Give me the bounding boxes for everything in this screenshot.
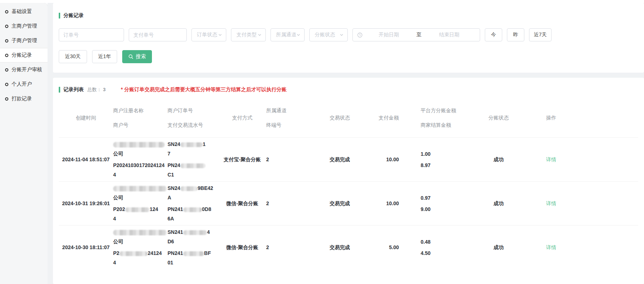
merchant-name-no-cell: 公司 P20241030172024124 4 (113, 139, 168, 179)
pay-method: 微信-聚合分账 (222, 199, 263, 208)
circle-icon (5, 83, 8, 86)
pay-type-select-value: 支付类型 (236, 32, 257, 38)
redacted-merchant-name (113, 186, 167, 191)
sidebar-item-basic-settings[interactable]: 基础设置 (0, 4, 48, 19)
col-order-txn-no: 商户订单号支付交易流水号 (168, 103, 222, 132)
merchant-amount: 8.97 (421, 161, 473, 170)
split-amounts-cell: 0.48 4.50 (413, 237, 473, 258)
redacted-merchant-no (125, 207, 150, 212)
circle-icon (5, 68, 8, 72)
created-time: 2024-10-31 19:26:01 (59, 199, 113, 208)
sidebar-item-split-records[interactable]: 分账记录 (0, 48, 48, 62)
filter-card: 分账记录 订单状态 支付类型 所属通道 分账状态 (53, 3, 644, 73)
col-split-status: 分账状态 (473, 103, 524, 132)
sidebar: 基础设置 主商户管理 子商户管理 分账记录 分账开户审核 个人开户 打款记录 (0, 3, 48, 284)
date-start-placeholder: 开始日期 (363, 32, 415, 38)
col-pay-method: 支付方式 (222, 103, 263, 132)
chevron-down-icon (296, 33, 301, 37)
quick-yesterday-button[interactable]: 昨 (507, 28, 524, 41)
platform-amount: 0.97 (421, 193, 473, 203)
redacted-order-no (183, 230, 207, 235)
pay-amount: 5.00 (374, 243, 413, 252)
sidebar-item-payout-records[interactable]: 打款记录 (0, 92, 48, 106)
split-status: 成功 (473, 199, 524, 208)
txn-status: 交易完成 (305, 155, 374, 164)
sidebar-item-label: 个人开户 (12, 81, 32, 88)
redacted-merchant-no (119, 251, 148, 256)
sidebar-item-main-merchants[interactable]: 主商户管理 (0, 19, 48, 33)
order-no-input[interactable] (59, 28, 124, 41)
table-row: 2024-10-31 19:26:01 公司 P202124 4 SN249BE… (59, 181, 638, 225)
detail-link[interactable]: 详情 (546, 200, 556, 206)
filter-row-1: 订单状态 支付类型 所属通道 分账状态 (59, 28, 638, 41)
chevron-down-icon (339, 33, 344, 37)
quick-30d-label: 近30天 (65, 53, 81, 60)
pay-amount: 10.00 (374, 155, 413, 164)
sidebar-item-split-account-review[interactable]: 分账开户审核 (0, 62, 48, 77)
col-created-time: 创建时间 (59, 103, 113, 132)
date-range-picker[interactable]: 开始日期 至 结束日期 (352, 28, 480, 41)
pay-no-input[interactable] (129, 28, 187, 41)
pay-method: 微信-聚合分账 (222, 243, 263, 252)
quick-7d-button[interactable]: 近7天 (529, 28, 552, 41)
order-txn-no-cell: SN241 7 PN24 C1 (168, 139, 222, 179)
pay-amount: 10.00 (374, 199, 413, 208)
pay-type-select[interactable]: 支付类型 (231, 28, 266, 41)
search-button-label: 搜索 (136, 53, 146, 60)
split-status-select[interactable]: 分账状态 (309, 28, 348, 41)
circle-icon (5, 97, 8, 101)
circle-icon (5, 54, 8, 57)
channel-select[interactable]: 所属通道 (271, 28, 305, 41)
quick-yesterday-label: 昨 (513, 32, 518, 38)
search-icon (128, 54, 133, 59)
redacted-merchant-name (113, 230, 167, 235)
col-split-amounts: 平台方分账金额商家结算金额 (413, 103, 473, 132)
sidebar-item-label: 打款记录 (12, 96, 32, 102)
filter-card-header: 分账记录 (59, 12, 638, 19)
created-time: 2024-10-30 18:11:07 (59, 243, 113, 252)
table-row: 2024-10-30 18:11:07 公司 P224124 4 SN2414 … (59, 225, 638, 269)
record-list-header: 记录列表 总数：3 * 分账订单交易完成之后需要大概五分钟等第三方结算之后才可以… (59, 86, 638, 93)
txn-status: 交易完成 (305, 199, 374, 208)
circle-icon (5, 25, 8, 28)
detail-link[interactable]: 详情 (546, 157, 556, 162)
txn-status: 交易完成 (305, 243, 374, 252)
accent-bar (59, 13, 60, 19)
app-root: 基础设置 主商户管理 子商户管理 分账记录 分账开户审核 个人开户 打款记录 (0, 0, 644, 284)
sidebar-item-label: 基础设置 (12, 8, 32, 15)
record-list-card: 记录列表 总数：3 * 分账订单交易完成之后需要大概五分钟等第三方结算之后才可以… (53, 78, 644, 284)
table-header: 创建时间 商户注册名称商户号 商户订单号支付交易流水号 支付方式 所属通道终端号… (59, 100, 638, 137)
merchant-name-no-cell: 公司 P202124 4 (113, 183, 168, 223)
sidebar-item-label: 分账记录 (12, 52, 32, 58)
chevron-down-icon (218, 33, 222, 37)
channel-select-value: 所属通道 (276, 32, 296, 38)
split-status: 成功 (473, 243, 524, 252)
clock-icon (357, 32, 363, 38)
sidebar-item-label: 子商户管理 (12, 37, 37, 44)
merchant-name-no-cell: 公司 P224124 4 (113, 227, 168, 267)
terminal-no: 2 (263, 199, 305, 208)
main-area: 分账记录 订单状态 支付类型 所属通道 分账状态 (48, 3, 644, 284)
redacted-merchant-name (113, 142, 165, 147)
sidebar-item-sub-merchants[interactable]: 子商户管理 (0, 33, 48, 48)
quick-30d-button[interactable]: 近30天 (59, 50, 87, 63)
page-title: 分账记录 (63, 12, 84, 19)
created-time: 2024-11-04 18:51:07 (59, 155, 113, 164)
search-button[interactable]: 搜索 (122, 50, 152, 63)
quick-1y-button[interactable]: 近1年 (92, 50, 117, 63)
col-pay-amount: 支付金额 (374, 103, 413, 132)
split-amounts-cell: 1.00 8.97 (413, 149, 473, 170)
sidebar-item-personal-account[interactable]: 个人开户 (0, 77, 48, 92)
circle-icon (5, 10, 8, 13)
redacted-txn-no (183, 207, 202, 212)
total-value: 3 (103, 87, 106, 92)
merchant-amount: 4.50 (421, 248, 473, 258)
platform-amount: 0.48 (421, 237, 473, 247)
quick-today-button[interactable]: 今 (485, 28, 502, 41)
date-separator: 至 (415, 32, 423, 38)
redacted-txn-no (180, 163, 206, 168)
col-merchant-name-no: 商户注册名称商户号 (113, 103, 168, 132)
detail-link[interactable]: 详情 (546, 244, 556, 250)
order-status-select[interactable]: 订单状态 (191, 28, 226, 41)
total-count: 总数：3 (87, 86, 106, 93)
